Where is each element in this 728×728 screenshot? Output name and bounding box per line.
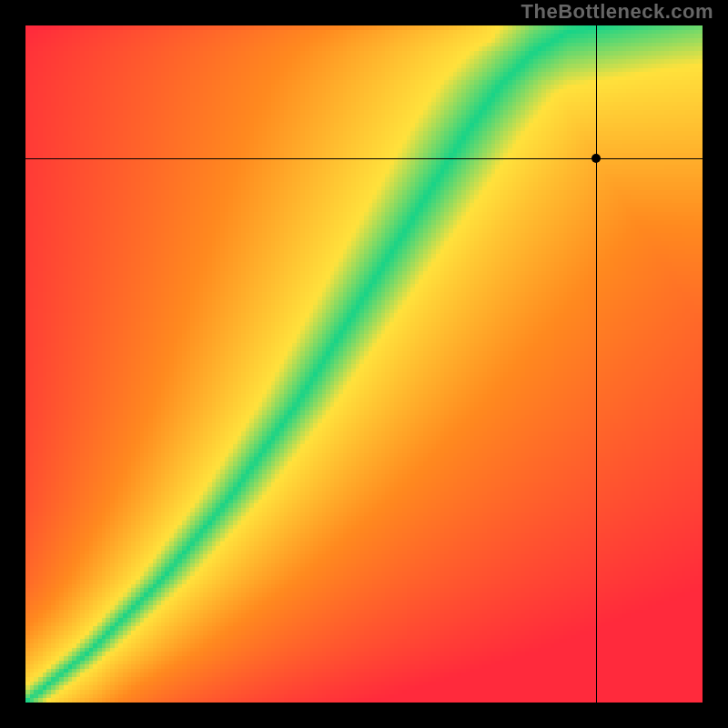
- attribution-label: TheBottleneck.com: [521, 0, 713, 24]
- heatmap-canvas: [25, 25, 703, 703]
- stage: TheBottleneck.com: [0, 0, 728, 728]
- bottleneck-heatmap: [25, 25, 703, 703]
